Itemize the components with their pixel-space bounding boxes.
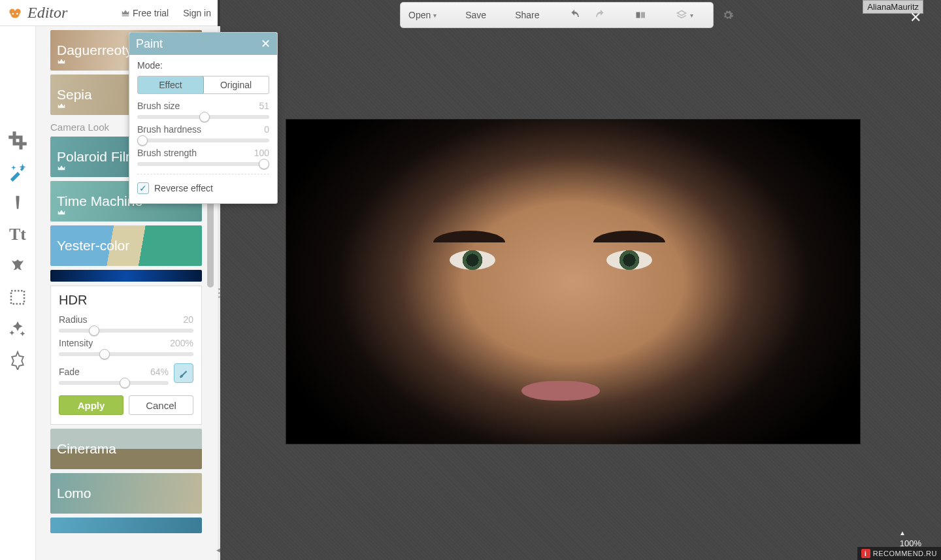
mode-toggle: Effect Original <box>137 76 269 94</box>
tool-strip: Tt <box>0 26 36 560</box>
layers-icon <box>676 9 687 21</box>
mode-effect-button[interactable]: Effect <box>137 76 204 94</box>
textures-icon[interactable] <box>8 319 27 338</box>
chevron-down-icon: ▾ <box>690 12 693 19</box>
save-label: Save <box>465 10 486 20</box>
paint-title: Paint <box>136 37 163 51</box>
brush-hardness-slider[interactable] <box>137 139 269 142</box>
app-name: Editor <box>27 4 67 22</box>
share-button[interactable]: Share <box>515 10 539 20</box>
effect-tile-cinerama[interactable]: Cinerama <box>50 429 202 469</box>
brush-hardness-value: 0 <box>264 124 269 135</box>
checkbox-icon: ✓ <box>137 182 149 194</box>
reverse-effect-checkbox[interactable]: ✓ Reverse effect <box>137 182 269 194</box>
effect-label: Yester-color <box>57 238 129 254</box>
canvas-area: Open ▾ Save Share ▾ AlianaMauritz ✕ ▲ 10… <box>220 0 941 560</box>
svg-point-4 <box>16 12 18 14</box>
radius-row: Radius 20 <box>59 314 193 325</box>
mode-effect-label: Effect <box>159 80 182 90</box>
compare-icon <box>635 9 647 21</box>
effect-label: Cinerama <box>57 441 116 457</box>
mode-original-button[interactable]: Original <box>203 76 269 93</box>
gear-icon <box>722 9 734 21</box>
fade-label: Fade <box>59 367 80 377</box>
reverse-label: Reverse effect <box>154 183 213 193</box>
close-icon[interactable]: ✕ <box>910 9 921 26</box>
intensity-row: Intensity 200% <box>59 338 193 348</box>
redo-button[interactable] <box>595 9 606 21</box>
free-trial-link[interactable]: Free trial <box>121 8 169 18</box>
svg-point-3 <box>12 12 14 14</box>
effect-tile-hdr-thumb[interactable] <box>50 270 202 282</box>
hdr-panel: HDR Radius 20 Intensity 200% Fade 64% <box>50 286 202 425</box>
mode-original-label: Original <box>220 80 252 90</box>
effect-label: Lomo <box>57 486 91 501</box>
app-logo[interactable]: Editor <box>7 4 67 22</box>
undo-button[interactable] <box>569 9 580 21</box>
undo-icon <box>569 9 580 21</box>
layers-button[interactable]: ▾ <box>676 9 693 21</box>
cancel-label: Cancel <box>146 400 176 411</box>
free-trial-label: Free trial <box>133 8 169 18</box>
svg-rect-6 <box>636 12 640 18</box>
radius-value: 20 <box>183 314 193 325</box>
chevron-down-icon: ▾ <box>433 12 437 19</box>
compare-button[interactable] <box>635 9 647 21</box>
canvas-image[interactable] <box>286 119 861 444</box>
effect-tile-yester-color[interactable]: Yester-color <box>50 225 202 266</box>
svg-point-2 <box>11 10 20 18</box>
frames-icon[interactable] <box>8 288 27 307</box>
crown-icon <box>57 208 66 218</box>
cancel-button[interactable]: Cancel <box>129 395 193 415</box>
paint-popup: Paint ✕ Mode: Effect Original Brush size… <box>129 32 278 204</box>
sign-in-label: Sign in <box>183 8 211 18</box>
brush-icon <box>178 367 190 379</box>
redo-icon <box>595 9 606 21</box>
photo-content <box>286 120 860 444</box>
paint-toggle-button[interactable] <box>174 363 193 383</box>
svg-rect-7 <box>641 12 645 18</box>
effects-icon[interactable] <box>8 162 27 182</box>
text-icon[interactable]: Tt <box>9 225 26 244</box>
share-label: Share <box>515 10 539 20</box>
apply-label: Apply <box>78 400 105 411</box>
effect-label: Polaroid Film <box>57 149 137 165</box>
brush-size-slider[interactable] <box>137 115 269 119</box>
fade-slider[interactable] <box>59 381 169 385</box>
touchup-icon[interactable] <box>8 193 27 213</box>
effect-label: Sepia <box>57 87 92 103</box>
apply-button[interactable]: Apply <box>59 395 124 415</box>
brush-strength-slider[interactable] <box>137 162 269 166</box>
intensity-label: Intensity <box>59 338 93 348</box>
brush-size-label: Brush size <box>137 101 180 111</box>
effect-tile-lomo[interactable]: Lomo <box>50 473 202 514</box>
zoom-up-icon[interactable]: ▲ <box>899 529 906 536</box>
crown-icon <box>57 164 66 173</box>
sign-in-link[interactable]: Sign in <box>183 8 211 18</box>
brush-strength-label: Brush strength <box>137 148 197 158</box>
fade-value: 64% <box>150 367 169 377</box>
close-icon[interactable]: ✕ <box>261 37 271 51</box>
app-header: Editor Free trial Sign in <box>0 0 218 26</box>
brush-size-value: 51 <box>259 101 269 111</box>
crown-icon <box>57 58 66 67</box>
watermark: iRECOMMEND.RU <box>857 547 941 560</box>
overlays-icon[interactable] <box>8 256 27 276</box>
hdr-title: HDR <box>59 293 193 308</box>
mode-label: Mode: <box>137 60 269 71</box>
crown-icon <box>57 102 66 111</box>
radius-slider[interactable] <box>59 329 193 333</box>
paint-popup-header[interactable]: Paint ✕ <box>129 33 277 55</box>
fade-row: Fade 64% <box>59 361 193 385</box>
crop-icon[interactable] <box>8 131 27 150</box>
settings-button[interactable] <box>722 9 734 21</box>
open-button[interactable]: Open ▾ <box>408 10 437 20</box>
watermark-label: RECOMMEND.RU <box>873 550 937 557</box>
monkey-icon <box>7 5 24 22</box>
brush-strength-value: 100 <box>254 148 269 158</box>
save-button[interactable]: Save <box>465 10 486 20</box>
themes-icon[interactable] <box>8 350 27 370</box>
crown-icon <box>121 8 130 18</box>
effect-tile-partial[interactable] <box>50 518 202 533</box>
intensity-slider[interactable] <box>59 352 193 356</box>
